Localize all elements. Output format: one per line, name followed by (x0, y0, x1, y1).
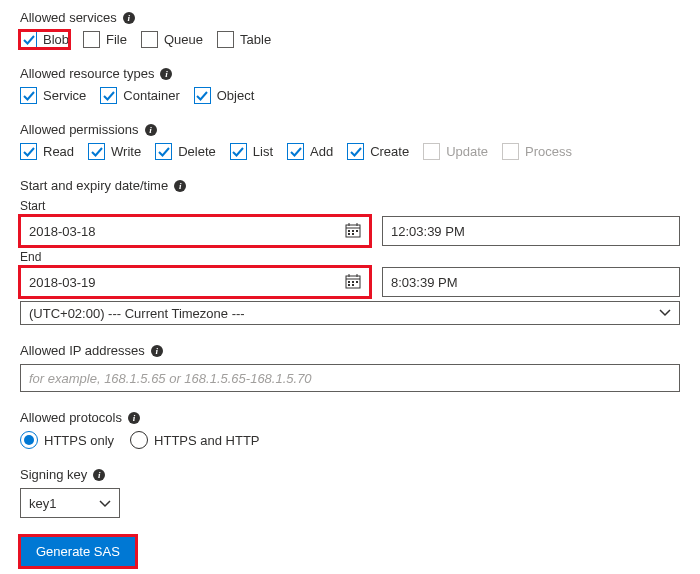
generate-sas-button[interactable]: Generate SAS (20, 536, 136, 567)
svg-rect-3 (352, 230, 354, 232)
checkbox-box (88, 143, 105, 160)
checkbox-label: Process (525, 144, 572, 159)
label-text: Allowed protocols (20, 410, 122, 425)
date-value: 2018-03-18 (29, 224, 345, 239)
checkbox-box (155, 143, 172, 160)
ip-label: Allowed IP addresses i (20, 343, 680, 358)
svg-rect-13 (356, 281, 358, 283)
allowed-permissions-section: Allowed permissions i Read Write Delete … (20, 122, 680, 160)
end-label: End (20, 250, 680, 264)
label-text: Allowed resource types (20, 66, 154, 81)
allowed-resource-types-label: Allowed resource types i (20, 66, 680, 81)
checkbox-box (141, 31, 158, 48)
select-value: key1 (29, 496, 56, 511)
checkbox-blob[interactable]: Blob (20, 31, 69, 48)
signing-key-section: Signing key i key1 (20, 467, 680, 518)
signing-key-label: Signing key i (20, 467, 680, 482)
radio-https-only[interactable]: HTTPS only (20, 431, 114, 449)
radio-circle (130, 431, 148, 449)
label-text: Allowed IP addresses (20, 343, 145, 358)
date-value: 2018-03-19 (29, 275, 345, 290)
info-icon[interactable]: i (174, 180, 186, 192)
svg-rect-2 (348, 230, 350, 232)
ip-section: Allowed IP addresses i for example, 168.… (20, 343, 680, 392)
checkbox-list[interactable]: List (230, 143, 273, 160)
datetime-label: Start and expiry date/time i (20, 178, 680, 193)
protocols-label: Allowed protocols i (20, 410, 680, 425)
radio-label: HTTPS and HTTP (154, 433, 259, 448)
radio-https-http[interactable]: HTTPS and HTTP (130, 431, 259, 449)
placeholder-text: for example, 168.1.5.65 or 168.1.5.65-16… (29, 371, 312, 386)
checkbox-file[interactable]: File (83, 31, 127, 48)
svg-rect-4 (356, 230, 358, 232)
svg-rect-14 (348, 284, 350, 286)
checkbox-create[interactable]: Create (347, 143, 409, 160)
checkbox-label: Delete (178, 144, 216, 159)
info-icon[interactable]: i (151, 345, 163, 357)
allowed-resource-types-section: Allowed resource types i Service Contain… (20, 66, 680, 104)
start-label: Start (20, 199, 680, 213)
checkbox-box (83, 31, 100, 48)
info-icon[interactable]: i (93, 469, 105, 481)
label-text: Signing key (20, 467, 87, 482)
checkbox-box (287, 143, 304, 160)
checkbox-box (194, 87, 211, 104)
chevron-down-icon (99, 496, 111, 511)
info-icon[interactable]: i (128, 412, 140, 424)
checkbox-label: Create (370, 144, 409, 159)
calendar-icon (345, 273, 361, 292)
start-time-input[interactable]: 12:03:39 PM (382, 216, 680, 246)
checkbox-delete[interactable]: Delete (155, 143, 216, 160)
chevron-down-icon (659, 306, 671, 320)
svg-rect-11 (348, 281, 350, 283)
protocols-section: Allowed protocols i HTTPS only HTTPS and… (20, 410, 680, 449)
end-time-input[interactable]: 8:03:39 PM (382, 267, 680, 297)
checkbox-table[interactable]: Table (217, 31, 271, 48)
checkbox-update: Update (423, 143, 488, 160)
allowed-services-label: Allowed services i (20, 10, 680, 25)
time-value: 8:03:39 PM (391, 275, 458, 290)
ip-input[interactable]: for example, 168.1.5.65 or 168.1.5.65-16… (20, 364, 680, 392)
calendar-icon (345, 222, 361, 241)
label-text: Allowed services (20, 10, 117, 25)
checkbox-write[interactable]: Write (88, 143, 141, 160)
timezone-value: (UTC+02:00) --- Current Timezone --- (29, 306, 245, 321)
button-label: Generate SAS (36, 544, 120, 559)
checkbox-label: Queue (164, 32, 203, 47)
checkbox-label: Add (310, 144, 333, 159)
checkbox-object[interactable]: Object (194, 87, 255, 104)
signing-key-select[interactable]: key1 (20, 488, 120, 518)
svg-rect-15 (352, 284, 354, 286)
checkbox-box (20, 87, 37, 104)
checkbox-label: Container (123, 88, 179, 103)
checkbox-process: Process (502, 143, 572, 160)
checkbox-service[interactable]: Service (20, 87, 86, 104)
checkbox-box (217, 31, 234, 48)
checkbox-add[interactable]: Add (287, 143, 333, 160)
timezone-select[interactable]: (UTC+02:00) --- Current Timezone --- (20, 301, 680, 325)
info-icon[interactable]: i (123, 12, 135, 24)
checkbox-label: Update (446, 144, 488, 159)
checkbox-queue[interactable]: Queue (141, 31, 203, 48)
checkbox-box (230, 143, 247, 160)
allowed-permissions-label: Allowed permissions i (20, 122, 680, 137)
generate-section: Generate SAS (20, 536, 680, 567)
label-text: Allowed permissions (20, 122, 139, 137)
checkbox-label: Read (43, 144, 74, 159)
checkbox-container[interactable]: Container (100, 87, 179, 104)
checkbox-label: Object (217, 88, 255, 103)
checkbox-box (502, 143, 519, 160)
svg-rect-6 (352, 233, 354, 235)
end-date-input[interactable]: 2018-03-19 (20, 267, 370, 297)
checkbox-label: List (253, 144, 273, 159)
start-date-input[interactable]: 2018-03-18 (20, 216, 370, 246)
checkbox-box (20, 143, 37, 160)
info-icon[interactable]: i (145, 124, 157, 136)
checkbox-label: Blob (43, 32, 69, 47)
info-icon[interactable]: i (160, 68, 172, 80)
radio-circle (20, 431, 38, 449)
checkbox-box (347, 143, 364, 160)
datetime-section: Start and expiry date/time i Start 2018-… (20, 178, 680, 325)
checkbox-read[interactable]: Read (20, 143, 74, 160)
checkbox-box (423, 143, 440, 160)
